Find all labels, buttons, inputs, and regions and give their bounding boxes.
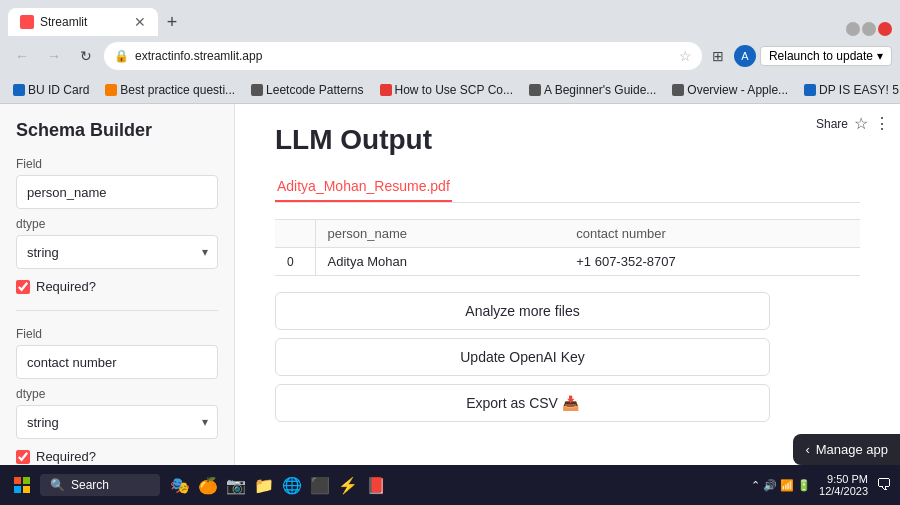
star-icon[interactable]: ☆ [679, 48, 692, 64]
field-input-1[interactable] [16, 175, 218, 209]
bookmark-bu-id-card[interactable]: BU ID Card [8, 81, 94, 99]
reload-button[interactable]: ↻ [72, 42, 100, 70]
analyze-files-label: Analyze more files [465, 303, 579, 319]
dtype-select-wrapper-1: string number boolean array object ▾ [16, 235, 218, 269]
row-index: 0 [275, 248, 315, 276]
taskbar-icon-7[interactable]: ⚡ [336, 473, 360, 497]
required-label-1: Required? [36, 279, 96, 294]
start-button[interactable] [8, 471, 36, 499]
tab-close-button[interactable]: ✕ [134, 14, 146, 30]
file-tab-active[interactable]: Aditya_Mohan_Resume.pdf [275, 172, 452, 202]
taskbar-icon-1[interactable]: 🎭 [168, 473, 192, 497]
required-row-2: Required? [16, 449, 218, 464]
taskbar-clock: 9:50 PM 12/4/2023 [819, 473, 868, 497]
table-col-contact-number: contact number [564, 220, 860, 248]
svg-rect-3 [23, 486, 30, 493]
lock-icon: 🔒 [114, 49, 129, 63]
bookmark-label: Best practice questi... [120, 83, 235, 97]
taskbar-icon-5[interactable]: 🌐 [280, 473, 304, 497]
analyze-more-files-button[interactable]: Analyze more files [275, 292, 770, 330]
bookmark-apple[interactable]: Overview - Apple... [667, 81, 793, 99]
sidebar: Schema Builder Field dtype string number… [0, 104, 235, 505]
window-maximize-button[interactable] [862, 22, 876, 36]
nav-bar: ← → ↻ 🔒 extractinfo.streamlit.app ☆ ⊞ A … [0, 36, 900, 76]
windows-icon [14, 477, 30, 493]
nav-icons: ⊞ A [706, 44, 756, 68]
bookmark-favicon [105, 84, 117, 96]
bookmark-label: BU ID Card [28, 83, 89, 97]
manage-app-button[interactable]: ‹ Manage app [793, 434, 900, 465]
star-bookmark-icon[interactable]: ☆ [854, 114, 868, 133]
relaunch-label: Relaunch to update [769, 49, 873, 63]
required-checkbox-1[interactable] [16, 280, 30, 294]
taskbar-icon-8[interactable]: 📕 [364, 473, 388, 497]
relaunch-button[interactable]: Relaunch to update ▾ [760, 46, 892, 66]
more-options-icon[interactable]: ⋮ [874, 114, 890, 133]
chevron-left-icon: ‹ [805, 442, 809, 457]
taskbar-icon-6[interactable]: ⬛ [308, 473, 332, 497]
bookmark-dp[interactable]: DP IS EASY! 5 Steps... [799, 81, 900, 99]
new-tab-button[interactable]: + [158, 8, 186, 36]
table-header-row: person_name contact number [275, 220, 860, 248]
divider-1 [16, 310, 218, 311]
schema-field-1: Field dtype string number boolean array … [16, 157, 218, 294]
share-button[interactable]: Share [816, 117, 848, 131]
taskbar-search[interactable]: 🔍 Search [40, 474, 160, 496]
bookmark-label: A Beginner's Guide... [544, 83, 656, 97]
dtype-select-wrapper-2: string number boolean array object ▾ [16, 405, 218, 439]
tab-favicon [20, 15, 34, 29]
taskbar-icon-3[interactable]: 📷 [224, 473, 248, 497]
taskbar-date-value: 12/4/2023 [819, 485, 868, 497]
table-col-person-name: person_name [315, 220, 564, 248]
search-icon: 🔍 [50, 478, 65, 492]
page-title: LLM Output [275, 124, 860, 156]
taskbar-pinned-icons: 🎭 🍊 📷 📁 🌐 ⬛ ⚡ 📕 [168, 473, 388, 497]
tab-bar: Streamlit ✕ + [0, 0, 900, 36]
bookmark-beginner[interactable]: A Beginner's Guide... [524, 81, 661, 99]
back-button[interactable]: ← [8, 42, 36, 70]
bookmark-label: How to Use SCP Co... [395, 83, 514, 97]
field-input-2[interactable] [16, 345, 218, 379]
data-table: person_name contact number 0 Aditya Moha… [275, 219, 860, 276]
bookmark-favicon [804, 84, 816, 96]
notification-button[interactable]: 🗨 [876, 476, 892, 494]
bookmark-best-practice[interactable]: Best practice questi... [100, 81, 240, 99]
taskbar-icon-2[interactable]: 🍊 [196, 473, 220, 497]
bookmark-favicon [672, 84, 684, 96]
bookmark-scp[interactable]: How to Use SCP Co... [375, 81, 519, 99]
address-bar[interactable]: 🔒 extractinfo.streamlit.app ☆ [104, 42, 702, 70]
window-close-button[interactable] [878, 22, 892, 36]
extensions-button[interactable]: ⊞ [706, 44, 730, 68]
dtype-select-2[interactable]: string number boolean array object [16, 405, 218, 439]
table-row: 0 Aditya Mohan +1 607-352-8707 [275, 248, 860, 276]
cell-contact-number: +1 607-352-8707 [564, 248, 860, 276]
export-csv-label: Export as CSV 📥 [466, 395, 579, 411]
bookmark-label: Overview - Apple... [687, 83, 788, 97]
manage-app-label: Manage app [816, 442, 888, 457]
system-tray: ⌃ 🔊 📶 🔋 [751, 479, 811, 492]
bookmark-label: Leetcode Patterns [266, 83, 363, 97]
export-csv-button[interactable]: Export as CSV 📥 [275, 384, 770, 422]
chevron-down-icon: ▾ [877, 49, 883, 63]
table-index-header [275, 220, 315, 248]
update-openai-key-button[interactable]: Update OpenAI Key [275, 338, 770, 376]
dtype-select-1[interactable]: string number boolean array object [16, 235, 218, 269]
svg-rect-2 [14, 486, 21, 493]
forward-button[interactable]: → [40, 42, 68, 70]
required-checkbox-2[interactable] [16, 450, 30, 464]
window-minimize-button[interactable] [846, 22, 860, 36]
taskbar-right: ⌃ 🔊 📶 🔋 9:50 PM 12/4/2023 🗨 [751, 473, 892, 497]
svg-rect-0 [14, 477, 21, 484]
address-text: extractinfo.streamlit.app [135, 49, 673, 63]
bookmark-favicon [380, 84, 392, 96]
active-tab[interactable]: Streamlit ✕ [8, 8, 158, 36]
profile-button[interactable]: A [734, 45, 756, 67]
field-label-1: Field [16, 157, 218, 171]
bookmark-leetcode[interactable]: Leetcode Patterns [246, 81, 368, 99]
taskbar-icon-4[interactable]: 📁 [252, 473, 276, 497]
cell-person-name: Aditya Mohan [315, 248, 564, 276]
file-tab-nav: Aditya_Mohan_Resume.pdf [275, 172, 860, 203]
sidebar-title: Schema Builder [16, 120, 218, 141]
bookmark-label: DP IS EASY! 5 Steps... [819, 83, 900, 97]
dtype-label-2: dtype [16, 387, 218, 401]
